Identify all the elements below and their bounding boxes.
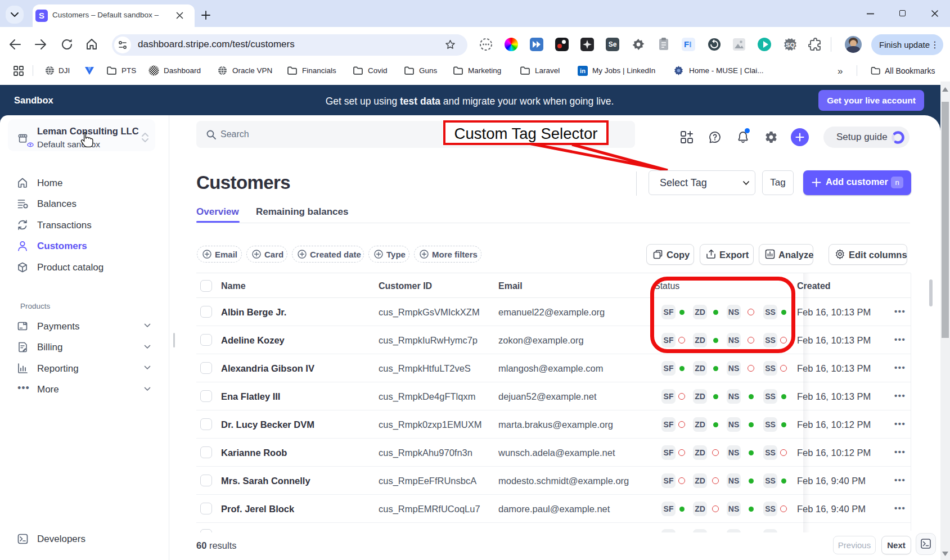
svg-text:SQ: SQ <box>786 42 795 48</box>
